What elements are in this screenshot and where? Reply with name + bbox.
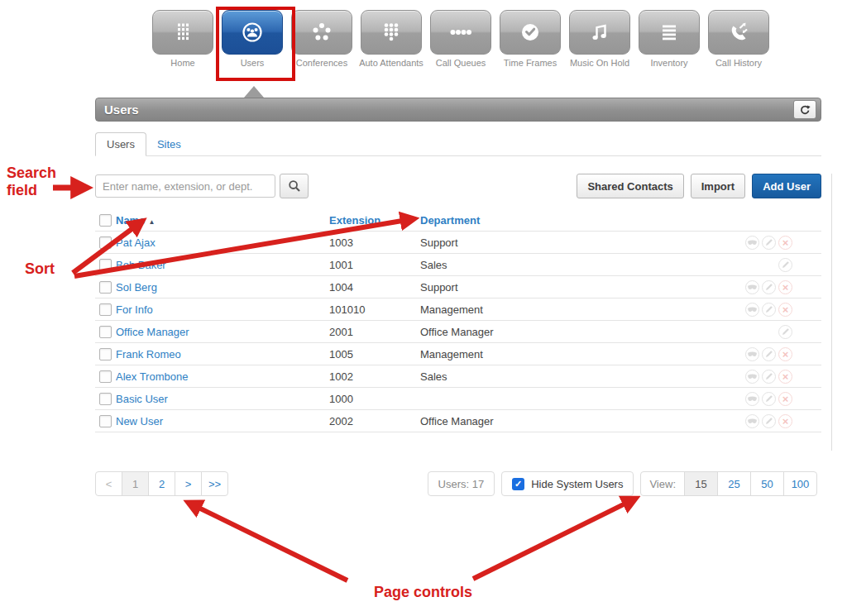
edit-button[interactable] — [778, 258, 792, 272]
pencil-icon — [764, 416, 774, 426]
user-name-link[interactable]: Alex Trombone — [116, 370, 188, 383]
search-button[interactable] — [280, 174, 309, 198]
hide-system-users-toggle[interactable]: ✓ Hide System Users — [501, 471, 634, 496]
column-header-extension[interactable]: Extension — [329, 214, 420, 227]
row-checkbox[interactable] — [99, 415, 112, 427]
nav-item-label: Auto Attendants — [359, 58, 424, 68]
pencil-icon — [764, 282, 774, 292]
row-checkbox[interactable] — [99, 326, 112, 338]
view-option-100[interactable]: 100 — [783, 472, 816, 495]
add-user-button[interactable]: Add User — [752, 174, 821, 198]
delete-button[interactable]: × — [778, 347, 792, 361]
delete-button[interactable]: × — [778, 280, 792, 294]
delete-button[interactable]: × — [778, 236, 792, 250]
magnifier-icon — [288, 179, 301, 193]
annotation-sort: Sort — [25, 260, 55, 278]
building-icon — [152, 10, 213, 55]
masquerade-button[interactable] — [745, 414, 759, 428]
masquerade-button[interactable] — [745, 370, 759, 384]
row-checkbox[interactable] — [99, 281, 112, 294]
masquerade-button[interactable] — [745, 347, 759, 361]
page-button-1[interactable]: 1 — [122, 471, 149, 496]
edit-button[interactable] — [762, 236, 776, 250]
mask-icon — [747, 394, 758, 404]
extension-cell: 1001 — [329, 259, 420, 271]
page-button-2[interactable]: 2 — [148, 471, 175, 496]
users-group-icon — [222, 10, 283, 55]
user-name-link[interactable]: Frank Romeo — [116, 348, 181, 361]
pencil-icon — [764, 371, 774, 381]
page-title: Users — [104, 103, 139, 117]
delete-button[interactable]: × — [778, 414, 792, 428]
table-row: Pat Ajax1003Support × — [95, 232, 821, 254]
row-checkbox[interactable] — [99, 393, 112, 405]
masquerade-button[interactable] — [745, 280, 759, 294]
checked-checkbox-icon[interactable]: ✓ — [512, 478, 524, 490]
masquerade-button[interactable] — [745, 392, 759, 406]
mask-icon — [747, 416, 758, 427]
department-cell: Management — [420, 303, 714, 316]
clock-icon — [500, 10, 561, 55]
view-option-25[interactable]: 25 — [717, 472, 750, 495]
column-header-department[interactable]: Department — [420, 214, 714, 227]
edit-button[interactable] — [762, 370, 776, 384]
nav-item-users[interactable]: Users — [219, 10, 285, 68]
users-table: Name▲ Extension Department Pat Ajax1003S… — [95, 209, 821, 432]
view-option-50[interactable]: 50 — [750, 472, 783, 495]
nav-item-music-on-hold[interactable]: Music On Hold — [567, 10, 633, 68]
nav-item-inventory[interactable]: Inventory — [636, 10, 702, 68]
nav-item-label: Inventory — [650, 58, 687, 68]
select-all-checkbox[interactable] — [99, 214, 112, 227]
masquerade-button[interactable] — [745, 303, 759, 317]
last-page-button[interactable]: >> — [201, 471, 228, 496]
user-name-link[interactable]: Bob Baker — [116, 259, 166, 271]
user-name-link[interactable]: Office Manager — [116, 326, 189, 338]
user-name-link[interactable]: For Info — [116, 303, 153, 316]
user-name-link[interactable]: Sol Berg — [116, 281, 157, 294]
extension-cell: 1002 — [329, 370, 420, 383]
row-checkbox[interactable] — [99, 259, 112, 271]
hide-system-users-label: Hide System Users — [531, 478, 623, 490]
nav-item-call-queues[interactable]: Call Queues — [428, 10, 494, 68]
edit-button[interactable] — [762, 347, 776, 361]
next-page-button[interactable]: > — [175, 471, 202, 496]
tab-users[interactable]: Users — [95, 132, 146, 156]
edit-button[interactable] — [762, 392, 776, 406]
extension-cell: 1000 — [329, 393, 420, 405]
user-name-link[interactable]: Pat Ajax — [116, 236, 156, 249]
nav-item-auto-attendants[interactable]: Auto Attendants — [358, 10, 424, 68]
nav-item-label: Call History — [715, 58, 762, 68]
shared-contacts-button[interactable]: Shared Contacts — [577, 174, 683, 198]
delete-button[interactable]: × — [778, 370, 792, 384]
delete-button[interactable]: × — [778, 303, 792, 317]
users-count-badge: Users: 17 — [428, 471, 495, 496]
user-name-link[interactable]: New User — [116, 415, 163, 427]
search-input[interactable] — [95, 174, 275, 198]
row-checkbox[interactable] — [99, 348, 112, 361]
department-cell: Sales — [420, 370, 714, 383]
edit-button[interactable] — [778, 325, 792, 339]
user-name-link[interactable]: Basic User — [116, 393, 168, 405]
table-row: Office Manager2001Office Manager — [95, 321, 821, 343]
nav-item-call-history[interactable]: Call History — [706, 10, 772, 68]
import-button[interactable]: Import — [691, 174, 745, 198]
column-header-name[interactable]: Name▲ — [116, 214, 329, 227]
masquerade-button[interactable] — [745, 236, 759, 250]
row-checkbox[interactable] — [99, 370, 112, 383]
edit-button[interactable] — [762, 280, 776, 294]
refresh-icon — [799, 104, 811, 116]
edit-button[interactable] — [762, 303, 776, 317]
nav-item-label: Home — [170, 58, 194, 68]
row-checkbox[interactable] — [99, 303, 112, 316]
row-checkbox[interactable] — [99, 236, 112, 249]
panel-titlebar: Users — [95, 98, 821, 122]
refresh-button[interactable] — [793, 100, 816, 119]
tab-sites[interactable]: Sites — [146, 133, 192, 155]
edit-button[interactable] — [762, 414, 776, 428]
delete-button[interactable]: × — [778, 392, 792, 406]
nav-item-home[interactable]: Home — [150, 10, 216, 68]
nav-item-conferences[interactable]: Conferences — [289, 10, 355, 68]
prev-page-button[interactable]: < — [95, 471, 122, 496]
nav-item-time-frames[interactable]: Time Frames — [497, 10, 563, 68]
view-option-15[interactable]: 15 — [684, 472, 717, 495]
